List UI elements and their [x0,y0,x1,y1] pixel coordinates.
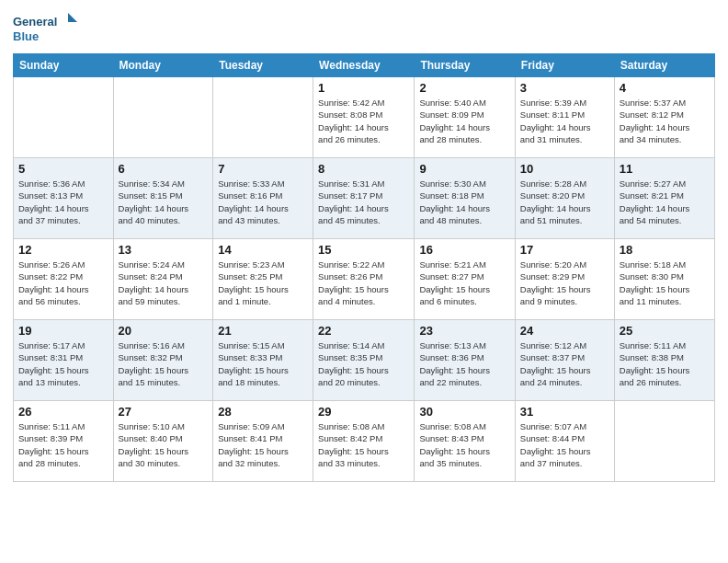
header-saturday: Saturday [614,54,714,77]
week-row-1: 1Sunrise: 5:42 AM Sunset: 8:08 PM Daylig… [14,77,715,158]
day-cell: 11Sunrise: 5:27 AM Sunset: 8:21 PM Dayli… [614,158,714,239]
header-wednesday: Wednesday [313,54,415,77]
day-cell: 26Sunrise: 5:11 AM Sunset: 8:39 PM Dayli… [14,401,114,482]
day-cell: 18Sunrise: 5:18 AM Sunset: 8:30 PM Dayli… [614,239,714,320]
logo-svg: General Blue [13,9,77,46]
day-info: Sunrise: 5:26 AM Sunset: 8:22 PM Dayligh… [18,259,108,307]
day-number: 28 [218,405,308,419]
week-row-4: 19Sunrise: 5:17 AM Sunset: 8:31 PM Dayli… [14,320,715,401]
day-cell: 3Sunrise: 5:39 AM Sunset: 8:11 PM Daylig… [515,77,614,158]
day-info: Sunrise: 5:23 AM Sunset: 8:25 PM Dayligh… [218,259,308,307]
day-number: 12 [18,243,108,257]
day-number: 21 [218,324,308,338]
day-number: 30 [419,405,509,419]
day-cell: 22Sunrise: 5:14 AM Sunset: 8:35 PM Dayli… [313,320,415,401]
day-info: Sunrise: 5:31 AM Sunset: 8:17 PM Dayligh… [318,178,409,226]
day-number: 22 [318,324,409,338]
day-info: Sunrise: 5:11 AM Sunset: 8:38 PM Dayligh… [620,339,710,388]
day-number: 25 [620,324,710,338]
day-number: 19 [18,324,108,338]
day-cell: 19Sunrise: 5:17 AM Sunset: 8:31 PM Dayli… [14,320,114,401]
day-cell: 1Sunrise: 5:42 AM Sunset: 8:08 PM Daylig… [313,77,415,158]
week-row-5: 26Sunrise: 5:11 AM Sunset: 8:39 PM Dayli… [14,401,715,482]
day-info: Sunrise: 5:09 AM Sunset: 8:41 PM Dayligh… [218,420,308,469]
calendar-header-row: SundayMondayTuesdayWednesdayThursdayFrid… [14,54,715,77]
day-number: 10 [520,162,609,176]
day-info: Sunrise: 5:24 AM Sunset: 8:24 PM Dayligh… [119,259,209,307]
day-number: 17 [520,243,609,257]
day-info: Sunrise: 5:17 AM Sunset: 8:31 PM Dayligh… [18,339,108,388]
day-info: Sunrise: 5:36 AM Sunset: 8:13 PM Dayligh… [18,178,108,226]
header-thursday: Thursday [415,54,515,77]
day-info: Sunrise: 5:30 AM Sunset: 8:18 PM Dayligh… [419,178,509,226]
day-number: 3 [520,81,609,95]
day-number: 29 [318,405,409,419]
header-sunday: Sunday [14,54,114,77]
day-number: 15 [318,243,409,257]
day-cell: 24Sunrise: 5:12 AM Sunset: 8:37 PM Dayli… [515,320,614,401]
day-cell: 12Sunrise: 5:26 AM Sunset: 8:22 PM Dayli… [14,239,114,320]
header-friday: Friday [515,54,614,77]
week-row-3: 12Sunrise: 5:26 AM Sunset: 8:22 PM Dayli… [14,239,715,320]
svg-text:General: General [13,15,57,29]
day-number: 4 [620,81,710,95]
day-info: Sunrise: 5:22 AM Sunset: 8:26 PM Dayligh… [318,259,409,307]
day-info: Sunrise: 5:08 AM Sunset: 8:43 PM Dayligh… [419,420,509,469]
day-info: Sunrise: 5:12 AM Sunset: 8:37 PM Dayligh… [520,339,609,388]
day-cell: 6Sunrise: 5:34 AM Sunset: 8:15 PM Daylig… [113,158,213,239]
day-info: Sunrise: 5:13 AM Sunset: 8:36 PM Dayligh… [419,339,509,388]
day-cell: 4Sunrise: 5:37 AM Sunset: 8:12 PM Daylig… [614,77,714,158]
day-number: 9 [419,162,509,176]
day-number: 11 [620,162,710,176]
day-info: Sunrise: 5:15 AM Sunset: 8:33 PM Dayligh… [218,339,308,388]
logo: General Blue [13,9,77,46]
day-cell: 14Sunrise: 5:23 AM Sunset: 8:25 PM Dayli… [213,239,313,320]
day-cell: 31Sunrise: 5:07 AM Sunset: 8:44 PM Dayli… [515,401,614,482]
day-info: Sunrise: 5:37 AM Sunset: 8:12 PM Dayligh… [620,97,710,145]
day-info: Sunrise: 5:39 AM Sunset: 8:11 PM Dayligh… [520,97,609,145]
day-cell [14,77,114,158]
day-cell: 21Sunrise: 5:15 AM Sunset: 8:33 PM Dayli… [213,320,313,401]
day-number: 7 [218,162,308,176]
day-cell [614,401,714,482]
day-info: Sunrise: 5:28 AM Sunset: 8:20 PM Dayligh… [520,178,609,226]
day-info: Sunrise: 5:40 AM Sunset: 8:09 PM Dayligh… [419,97,509,145]
day-number: 6 [119,162,209,176]
calendar: SundayMondayTuesdayWednesdayThursdayFrid… [13,53,715,482]
day-number: 23 [419,324,509,338]
day-number: 24 [520,324,609,338]
day-cell [113,77,213,158]
day-info: Sunrise: 5:21 AM Sunset: 8:27 PM Dayligh… [419,259,509,307]
day-number: 26 [18,405,108,419]
day-cell: 16Sunrise: 5:21 AM Sunset: 8:27 PM Dayli… [415,239,515,320]
day-cell: 23Sunrise: 5:13 AM Sunset: 8:36 PM Dayli… [415,320,515,401]
day-info: Sunrise: 5:42 AM Sunset: 8:08 PM Dayligh… [318,97,409,145]
day-number: 20 [119,324,209,338]
day-info: Sunrise: 5:08 AM Sunset: 8:42 PM Dayligh… [318,420,409,469]
day-number: 2 [419,81,509,95]
day-info: Sunrise: 5:11 AM Sunset: 8:39 PM Dayligh… [18,420,108,469]
svg-marker-1 [68,13,77,22]
day-cell: 7Sunrise: 5:33 AM Sunset: 8:16 PM Daylig… [213,158,313,239]
day-cell: 25Sunrise: 5:11 AM Sunset: 8:38 PM Dayli… [614,320,714,401]
day-number: 1 [318,81,409,95]
day-cell: 27Sunrise: 5:10 AM Sunset: 8:40 PM Dayli… [113,401,213,482]
day-info: Sunrise: 5:20 AM Sunset: 8:29 PM Dayligh… [520,259,609,307]
day-cell: 30Sunrise: 5:08 AM Sunset: 8:43 PM Dayli… [415,401,515,482]
day-cell [213,77,313,158]
header: General Blue [13,9,715,46]
day-cell: 20Sunrise: 5:16 AM Sunset: 8:32 PM Dayli… [113,320,213,401]
day-cell: 8Sunrise: 5:31 AM Sunset: 8:17 PM Daylig… [313,158,415,239]
header-tuesday: Tuesday [213,54,313,77]
day-cell: 17Sunrise: 5:20 AM Sunset: 8:29 PM Dayli… [515,239,614,320]
day-info: Sunrise: 5:18 AM Sunset: 8:30 PM Dayligh… [620,259,710,307]
day-number: 13 [119,243,209,257]
day-info: Sunrise: 5:27 AM Sunset: 8:21 PM Dayligh… [620,178,710,226]
day-number: 5 [18,162,108,176]
svg-text:Blue: Blue [13,29,39,43]
day-cell: 13Sunrise: 5:24 AM Sunset: 8:24 PM Dayli… [113,239,213,320]
day-cell: 2Sunrise: 5:40 AM Sunset: 8:09 PM Daylig… [415,77,515,158]
day-cell: 29Sunrise: 5:08 AM Sunset: 8:42 PM Dayli… [313,401,415,482]
day-number: 27 [119,405,209,419]
day-cell: 9Sunrise: 5:30 AM Sunset: 8:18 PM Daylig… [415,158,515,239]
